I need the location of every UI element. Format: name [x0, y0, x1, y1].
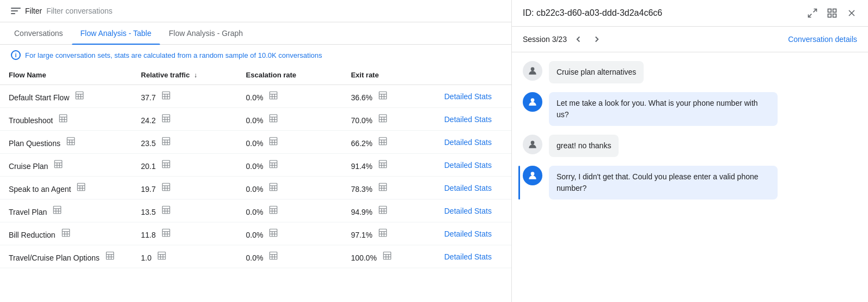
cell-exit-rate: 36.6%	[342, 85, 435, 108]
cell-flow-name: Default Start Flow	[0, 85, 132, 108]
filter-bar: Filter Filter conversations	[0, 0, 511, 22]
table-row: Plan Questions 23.5 0.0%	[0, 131, 511, 154]
svg-rect-45	[162, 137, 170, 145]
fullscreen-icon[interactable]	[807, 8, 818, 19]
table-cell-icon	[268, 159, 278, 169]
svg-rect-95	[379, 183, 387, 191]
table-cell-icon	[161, 113, 171, 123]
detailed-stats-link[interactable]: Detailed Stats	[444, 138, 492, 147]
flow-table: Flow Name Relative traffic ↓ Escalation …	[0, 65, 511, 268]
table-cell-icon	[378, 113, 388, 123]
cell-flow-name: Troubleshoot	[0, 108, 132, 131]
svg-point-171	[531, 172, 535, 176]
avatar	[523, 92, 542, 112]
table-cell-icon	[52, 205, 62, 215]
cell-action: Detailed Stats	[436, 131, 511, 154]
tab-flow-table[interactable]: Flow Analysis - Table	[72, 22, 160, 44]
cell-exit-rate: 91.4%	[342, 154, 435, 177]
svg-rect-85	[162, 183, 170, 191]
svg-rect-145	[158, 252, 166, 259]
table-cell-icon	[378, 205, 388, 215]
session-nav: Session 3/23 Conversation details	[512, 27, 868, 52]
col-header-exit: Exit rate	[342, 65, 435, 85]
table-row: Bill Reduction 11.8 0.0%	[0, 222, 511, 245]
svg-rect-0	[76, 92, 83, 99]
cell-exit-rate: 97.1%	[342, 222, 435, 245]
table-cell-icon	[76, 182, 86, 192]
svg-rect-150	[270, 252, 278, 259]
tab-flow-graph[interactable]: Flow Analysis - Graph	[160, 22, 252, 44]
cell-escalation-rate: 0.0%	[237, 200, 343, 222]
cell-escalation-rate: 0.0%	[237, 222, 343, 245]
message-bubble: Cruise plan alternatives	[549, 61, 644, 83]
svg-rect-105	[162, 206, 170, 214]
conversation-details-link[interactable]: Conversation details	[788, 35, 857, 44]
cell-escalation-rate: 0.0%	[237, 108, 343, 131]
chat-message-msg-1: Cruise plan alternatives	[523, 61, 857, 83]
header-icons-group	[807, 8, 857, 19]
cell-relative-traffic: 13.5	[132, 200, 237, 222]
chat-message-msg-2: Let me take a look for you. What is your…	[523, 92, 857, 126]
chat-area: Cruise plan alternativesLet me take a lo…	[512, 52, 868, 302]
svg-rect-20	[59, 114, 67, 122]
detailed-stats-link[interactable]: Detailed Stats	[444, 229, 492, 238]
info-banner: i For large conversation sets, stats are…	[0, 45, 511, 65]
avatar	[523, 135, 542, 154]
avatar	[523, 166, 542, 185]
table-cell-icon	[105, 251, 115, 261]
close-icon[interactable]	[846, 8, 857, 19]
cell-action: Detailed Stats	[436, 154, 511, 177]
svg-rect-5	[162, 92, 170, 99]
cell-flow-name: Bill Reduction	[0, 222, 132, 245]
table-cell-icon	[61, 228, 71, 238]
message-bubble: Sorry, I didn't get that. Could you plea…	[549, 166, 778, 200]
tab-conversations[interactable]: Conversations	[5, 22, 72, 44]
filter-input-placeholder[interactable]: Filter conversations	[46, 7, 112, 15]
message-bubble: great! no thanks	[549, 135, 619, 157]
table-cell-icon	[161, 205, 171, 215]
next-session-button[interactable]	[590, 32, 604, 46]
svg-point-170	[531, 141, 535, 144]
filter-icon[interactable]	[11, 8, 21, 14]
table-cell-icon	[66, 136, 76, 146]
grid-icon[interactable]	[827, 8, 838, 19]
cell-escalation-rate: 0.0%	[237, 177, 343, 200]
cell-exit-rate: 100.0%	[342, 245, 435, 268]
cell-flow-name: Travel Plan	[0, 200, 132, 222]
table-cell-icon	[157, 251, 167, 261]
detailed-stats-link[interactable]: Detailed Stats	[444, 92, 492, 101]
svg-line-161	[809, 14, 812, 17]
table-cell-icon	[378, 159, 388, 169]
cell-exit-rate: 66.2%	[342, 131, 435, 154]
svg-rect-125	[162, 229, 170, 237]
svg-rect-100	[53, 206, 61, 214]
table-cell-icon	[268, 251, 278, 261]
svg-rect-115	[379, 206, 387, 214]
cell-flow-name: Plan Questions	[0, 131, 132, 154]
col-header-relative-traffic[interactable]: Relative traffic ↓	[132, 65, 237, 85]
table-row: Cruise Plan 20.1 0.0%	[0, 154, 511, 177]
cell-exit-rate: 94.9%	[342, 200, 435, 222]
svg-rect-165	[833, 14, 836, 17]
chat-message-msg-3: great! no thanks	[523, 135, 857, 157]
svg-rect-130	[270, 229, 278, 237]
detailed-stats-link[interactable]: Detailed Stats	[444, 161, 492, 170]
svg-rect-110	[270, 206, 278, 214]
prev-session-button[interactable]	[571, 32, 585, 46]
svg-rect-40	[67, 137, 75, 145]
detailed-stats-link[interactable]: Detailed Stats	[444, 252, 492, 261]
table-cell-icon	[75, 90, 84, 100]
detailed-stats-link[interactable]: Detailed Stats	[444, 184, 492, 192]
detailed-stats-link[interactable]: Detailed Stats	[444, 115, 492, 124]
svg-rect-55	[379, 137, 387, 145]
cell-escalation-rate: 0.0%	[237, 154, 343, 177]
table-cell-icon	[161, 228, 171, 238]
session-label: Session 3/23	[523, 35, 567, 44]
svg-rect-90	[270, 183, 278, 191]
detailed-stats-link[interactable]: Detailed Stats	[444, 207, 492, 215]
table-row: Default Start Flow 37.7 0.0%	[0, 85, 511, 108]
avatar	[523, 61, 542, 81]
svg-rect-50	[270, 137, 278, 145]
table-cell-icon	[161, 159, 171, 169]
table-cell-icon	[161, 90, 171, 100]
